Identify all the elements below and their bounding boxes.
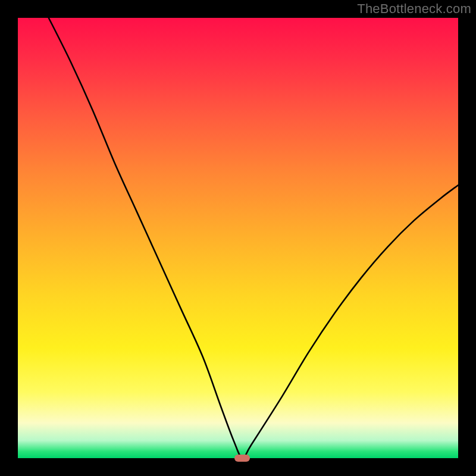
chart-frame: TheBottleneck.com — [0, 0, 476, 476]
curve-path — [49, 18, 458, 458]
minimum-marker — [234, 455, 250, 462]
curve-layer — [18, 18, 458, 458]
watermark-text: TheBottleneck.com — [357, 1, 471, 17]
plot-area — [18, 18, 458, 458]
